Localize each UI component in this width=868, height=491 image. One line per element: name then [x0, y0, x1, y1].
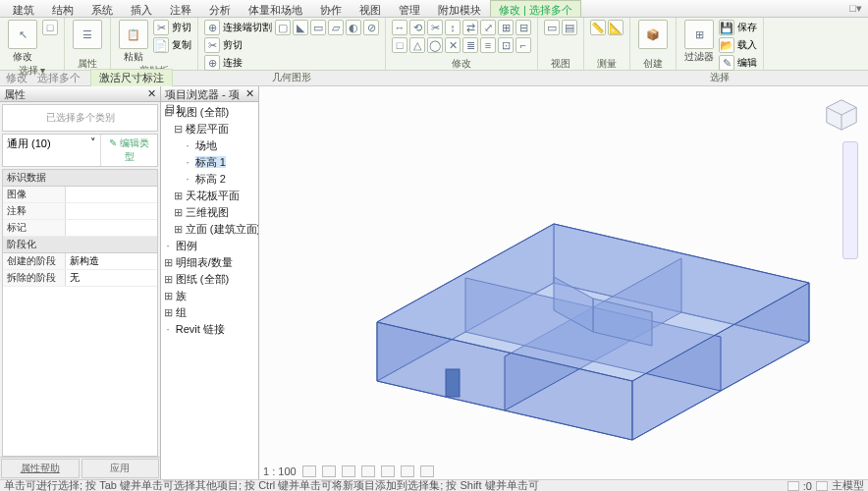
menu-tab[interactable]: 修改 | 选择多个: [490, 0, 581, 17]
apply-button[interactable]: 应用: [81, 459, 160, 478]
shadows-icon[interactable]: [361, 465, 375, 477]
ribbon-button[interactable]: 📦: [636, 20, 670, 49]
tree-node[interactable]: ⊞ 族: [163, 288, 256, 304]
tree-node[interactable]: · Revit 链接: [163, 321, 256, 338]
viewcube[interactable]: [823, 96, 860, 134]
context-tab[interactable]: 选择多个: [37, 71, 81, 85]
ribbon-button[interactable]: ⊞: [498, 20, 514, 35]
expand-icon[interactable]: ⊞: [163, 256, 173, 269]
type-selector[interactable]: 已选择多个类别: [2, 104, 158, 132]
menu-tab[interactable]: 插入: [122, 0, 161, 17]
ribbon-button[interactable]: ≡: [480, 37, 496, 53]
ribbon-button[interactable]: △: [409, 37, 425, 53]
tree-node[interactable]: ⊞ 组: [163, 304, 256, 321]
expand-icon[interactable]: ⊟: [163, 106, 173, 119]
expand-icon[interactable]: ⊞: [173, 190, 183, 202]
ribbon-button[interactable]: ↔: [392, 20, 407, 35]
sun-path-icon[interactable]: [342, 465, 355, 477]
ribbon-button[interactable]: ◯: [427, 37, 443, 53]
ribbon-button[interactable]: 💾保存: [719, 20, 757, 35]
property-value[interactable]: [66, 220, 157, 236]
ribbon-button[interactable]: ↕: [445, 20, 461, 35]
property-group[interactable]: 标识数据: [3, 170, 157, 187]
menu-tab[interactable]: 分析: [200, 0, 240, 17]
ribbon-button[interactable]: □: [42, 20, 58, 35]
properties-help-link[interactable]: 属性帮助: [1, 459, 80, 478]
ribbon-button[interactable]: ⊡: [498, 37, 514, 53]
ribbon-button[interactable]: ◣: [293, 20, 308, 35]
expand-icon[interactable]: ⊞: [163, 290, 173, 302]
ribbon-button[interactable]: 📋粘贴: [117, 20, 150, 64]
ribbon-button[interactable]: ↖修改: [6, 20, 39, 64]
ribbon-button[interactable]: ▤: [562, 20, 577, 35]
ribbon-button[interactable]: ▭: [310, 20, 326, 35]
scale-label[interactable]: 1 : 100: [263, 465, 297, 477]
model-3d[interactable]: .f{fill:#7a96d9;fill-opacity:.55;stroke:…: [259, 86, 868, 479]
menu-tab[interactable]: 结构: [43, 0, 82, 17]
reveal-icon[interactable]: [420, 465, 434, 477]
ribbon-button[interactable]: ☰: [71, 20, 104, 49]
ribbon-button[interactable]: ⊟: [515, 20, 531, 35]
ribbon-button[interactable]: ▭: [544, 20, 560, 35]
tree-node[interactable]: ⊟ 楼层平面: [163, 121, 256, 137]
expand-icon[interactable]: ·: [183, 139, 192, 151]
ribbon-button[interactable]: ⌐: [515, 37, 531, 53]
ribbon-button[interactable]: ✎编辑: [719, 55, 757, 71]
ribbon-button[interactable]: ✕: [445, 37, 461, 53]
ribbon-button[interactable]: ✂剪切: [153, 20, 191, 35]
context-tab[interactable]: 修改: [6, 71, 27, 85]
expand-icon[interactable]: ⊞: [173, 223, 183, 236]
tree-node[interactable]: ⊞ 三维视图: [163, 204, 256, 221]
project-tree[interactable]: ⊟ 视图 (全部)⊟ 楼层平面· 场地· 标高 1· 标高 2⊞ 天花板平面⊞ …: [161, 102, 258, 479]
menu-tab[interactable]: 管理: [390, 0, 429, 17]
ribbon-button[interactable]: ▢: [275, 20, 291, 35]
expand-icon[interactable]: ⊟: [173, 123, 183, 136]
tree-node[interactable]: · 图例: [163, 238, 256, 254]
ribbon-button[interactable]: ▱: [328, 20, 344, 35]
ribbon-button[interactable]: ✂: [427, 20, 443, 35]
ribbon-button[interactable]: ✂剪切: [204, 37, 272, 53]
ribbon-button[interactable]: ⇄: [462, 20, 478, 35]
ribbon-button[interactable]: 📐: [608, 20, 624, 35]
ribbon-button[interactable]: ◐: [346, 20, 361, 35]
tree-node[interactable]: ⊞ 明细表/数量: [163, 254, 256, 271]
tab-overflow-icon[interactable]: □▾: [849, 2, 862, 15]
ribbon-button[interactable]: ⤢: [480, 20, 496, 35]
expand-icon[interactable]: ·: [163, 240, 173, 251]
menu-tab[interactable]: 协作: [311, 0, 351, 17]
tree-node[interactable]: ⊞ 立面 (建筑立面): [163, 221, 256, 238]
filter-combo[interactable]: 通用 (10) ˅: [3, 135, 100, 166]
tree-node[interactable]: ⊟ 视图 (全部): [163, 104, 256, 121]
tree-node[interactable]: · 场地: [163, 137, 256, 154]
expand-icon[interactable]: ·: [183, 156, 192, 168]
tree-node[interactable]: ⊞ 天花板平面: [163, 188, 256, 204]
context-tab-active[interactable]: 激活尺寸标注: [90, 69, 173, 87]
expand-icon[interactable]: ⊞: [163, 273, 173, 286]
tree-node[interactable]: · 标高 1: [163, 154, 256, 171]
ribbon-button[interactable]: ⊞过滤器: [682, 20, 716, 64]
expand-icon[interactable]: ⊞: [163, 306, 173, 319]
ribbon-button[interactable]: ⟲: [409, 20, 425, 35]
ribbon-button[interactable]: ⊘: [363, 20, 379, 35]
expand-icon[interactable]: ·: [163, 323, 173, 335]
menu-tab[interactable]: 建筑: [4, 0, 43, 17]
expand-icon[interactable]: ⊞: [173, 206, 183, 219]
ribbon-button[interactable]: 📂载入: [719, 37, 757, 53]
ribbon-button[interactable]: ⊕连接端切割: [204, 20, 272, 35]
navigation-bar[interactable]: [842, 141, 858, 259]
property-value[interactable]: [66, 203, 157, 219]
close-icon[interactable]: ✕: [245, 87, 254, 100]
status-icon[interactable]: [787, 481, 799, 491]
ribbon-button[interactable]: ≣: [462, 37, 478, 53]
property-value[interactable]: 新构造: [66, 253, 157, 269]
visual-style-icon[interactable]: [322, 465, 336, 477]
property-group[interactable]: 阶段化: [3, 237, 157, 253]
ribbon-button[interactable]: □: [392, 37, 407, 53]
menu-tab[interactable]: 视图: [351, 0, 390, 17]
viewport-3d[interactable]: .f{fill:#7a96d9;fill-opacity:.55;stroke:…: [259, 86, 868, 479]
status-icon[interactable]: [816, 481, 828, 491]
ribbon-button[interactable]: ⊕连接: [204, 55, 272, 71]
tree-node[interactable]: ⊞ 图纸 (全部): [163, 271, 256, 288]
crop-icon[interactable]: [381, 465, 395, 477]
edit-type-button[interactable]: ✎ 编辑类型: [100, 135, 157, 166]
